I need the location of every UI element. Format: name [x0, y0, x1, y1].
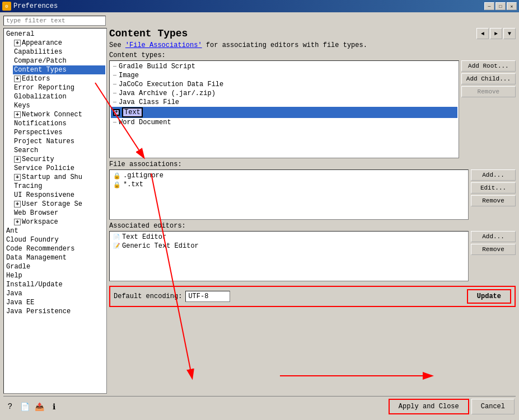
add-child-button[interactable]: Add Child... [461, 73, 516, 84]
expand-icon: + [14, 174, 21, 181]
sidebar-item-install-update[interactable]: Install/Update [5, 280, 105, 289]
sidebar-item-web-browser[interactable]: Web Browser [13, 209, 105, 218]
web-browser-label: Web Browser [14, 209, 58, 217]
sidebar-item-startup-shutdown[interactable]: + Startup and Shu [13, 173, 105, 182]
list-item[interactable]: ─ Java Archive (.jar/.zip) [111, 89, 457, 98]
filter-input[interactable] [3, 16, 106, 26]
file-associations-list[interactable]: 🔒 .gitignore 🔒 *.txt [109, 169, 469, 220]
sidebar-item-code-recommenders[interactable]: Code Recommenders [5, 244, 105, 253]
expand-icon: + [14, 219, 21, 225]
list-item[interactable]: ─ Word Document [111, 118, 457, 127]
editors-label: Editors [22, 75, 50, 83]
list-item[interactable]: 📄 Text Editor [111, 233, 467, 242]
export-icon[interactable]: 📤 [34, 401, 45, 412]
sidebar-item-java[interactable]: Java [5, 289, 105, 298]
general-label: General [6, 30, 34, 38]
nav-forward-button[interactable]: ► [490, 28, 502, 39]
list-item[interactable]: 🔒 *.txt [111, 180, 467, 189]
description-suffix: for associating editors with file types. [202, 41, 367, 49]
maximize-button[interactable]: □ [495, 2, 506, 10]
description: See 'File Associations' for associating … [109, 41, 516, 49]
list-item-text[interactable]: + Text [111, 107, 457, 118]
title-bar: ⚙ Preferences ─ □ ✕ [0, 0, 519, 12]
sidebar-item-perspectives[interactable]: Perspectives [13, 128, 105, 137]
remove-editor-button[interactable]: Remove [471, 244, 516, 255]
list-item[interactable]: ─ JaCoCo Execution Data File [111, 80, 457, 89]
install-update-label: Install/Update [6, 281, 63, 289]
add-association-button[interactable]: Add... [471, 169, 516, 181]
nav-menu-button[interactable]: ▼ [503, 28, 516, 39]
error-reporting-label: Error Reporting [14, 84, 74, 92]
sidebar-item-network-connect[interactable]: + Network Connect [13, 110, 105, 119]
apply-close-button[interactable]: Apply and Close [389, 399, 469, 414]
sidebar-item-user-storage[interactable]: + User Storage Se [13, 200, 105, 209]
list-item[interactable]: ─ Gradle Build Script [111, 62, 457, 71]
sidebar-item-workspace[interactable]: + Workspace [13, 218, 105, 226]
content-types-list[interactable]: ─ Gradle Build Script ─ Image ─ JaCoCo E… [109, 60, 459, 158]
help-icon[interactable]: ? [4, 401, 16, 412]
sidebar-item-editors[interactable]: + Editors [13, 74, 105, 83]
expand-icon: + [14, 111, 21, 118]
sidebar-item-capabilities[interactable]: Capabilities [13, 48, 105, 56]
sidebar-item-gradle[interactable]: Gradle [5, 262, 105, 271]
sidebar-item-content-types[interactable]: Content Types [13, 65, 105, 74]
list-item[interactable]: ─ Java Class File [111, 98, 457, 107]
sidebar-item-search[interactable]: Search [13, 146, 105, 155]
add-editor-button[interactable]: Add... [471, 231, 516, 242]
remove-button[interactable]: Remove [461, 86, 516, 97]
associated-editors-list[interactable]: 📄 Text Editor 📝 Generic Text Editor [109, 231, 469, 281]
sidebar-item-ui-responsiveness[interactable]: UI Responsivene [13, 191, 105, 200]
gradle-label: Gradle [6, 263, 30, 271]
item-label: Text Editor [122, 233, 166, 241]
info-icon[interactable]: ℹ [48, 401, 59, 412]
list-item[interactable]: 📝 Generic Text Editor [111, 242, 467, 251]
list-item[interactable]: 🔒 .gitignore [111, 171, 467, 180]
expand-icon: + [14, 201, 21, 207]
compare-patch-label: Compare/Patch [14, 57, 67, 65]
sidebar-item-error-reporting[interactable]: Error Reporting [13, 83, 105, 92]
add-root-button[interactable]: Add Root... [461, 60, 516, 72]
file-associations-section: File associations: 🔒 .gitignore 🔒 *.txt [109, 161, 516, 220]
sidebar-item-data-management[interactable]: Data Management [5, 253, 105, 262]
sidebar-item-notifications[interactable]: Notifications [13, 119, 105, 128]
ant-label: Ant [6, 227, 18, 235]
java-ee-label: Java EE [6, 299, 34, 306]
sidebar-item-general[interactable]: General [5, 30, 105, 39]
update-button[interactable]: Update [467, 289, 511, 304]
sidebar-item-ant[interactable]: Ant [5, 226, 105, 235]
user-storage-label: User Storage Se [22, 200, 82, 208]
nav-back-button[interactable]: ◄ [476, 28, 489, 39]
service-policies-label: Service Policie [14, 164, 74, 172]
sidebar-item-tracing[interactable]: Tracing [13, 182, 105, 191]
sidebar-item-cloud-foundry[interactable]: Cloud Foundry [5, 235, 105, 244]
item-label: Word Document [119, 119, 171, 126]
encoding-input[interactable] [185, 291, 230, 302]
remove-association-button[interactable]: Remove [471, 195, 516, 206]
item-icon: ─ [113, 73, 116, 79]
item-label: Text [122, 107, 143, 117]
content-types-section: Content types: ─ Gradle Build Script ─ I… [109, 51, 516, 158]
sidebar-item-keys[interactable]: Keys [13, 101, 105, 110]
sidebar-item-project-natures[interactable]: Project Natures [13, 137, 105, 146]
file-icon: 📄 [113, 234, 120, 240]
cancel-button[interactable]: Cancel [471, 399, 515, 414]
globalization-label: Globalization [14, 93, 67, 101]
sidebar-item-appearance[interactable]: + Appearance [13, 39, 105, 48]
sidebar-item-java-ee[interactable]: Java EE [5, 298, 105, 307]
doc-icon[interactable]: 📄 [19, 401, 30, 412]
list-item[interactable]: ─ Image [111, 71, 457, 80]
sidebar-item-globalization[interactable]: Globalization [13, 92, 105, 101]
file-associations-label: File associations: [109, 161, 516, 168]
close-button[interactable]: ✕ [507, 2, 517, 10]
minimize-button[interactable]: ─ [484, 2, 494, 10]
sidebar-item-security[interactable]: + Security [13, 155, 105, 164]
sidebar-item-compare-patch[interactable]: Compare/Patch [13, 56, 105, 65]
sidebar-item-service-policies[interactable]: Service Policie [13, 164, 105, 173]
sidebar-item-java-persistence[interactable]: Java Persistence [5, 307, 105, 316]
app-icon: ⚙ [2, 2, 11, 11]
sidebar-item-help[interactable]: Help [5, 271, 105, 280]
startup-shutdown-label: Startup and Shu [22, 173, 82, 181]
description-prefix: See [109, 41, 125, 49]
file-associations-link[interactable]: 'File Associations' [125, 41, 202, 49]
edit-association-button[interactable]: Edit... [471, 182, 516, 194]
